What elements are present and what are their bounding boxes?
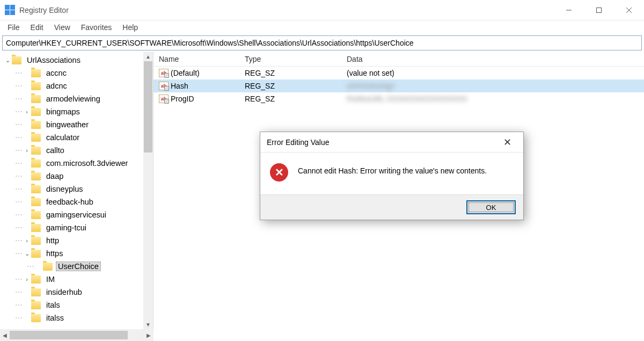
folder-icon [31,134,41,142]
minimize-button[interactable] [554,0,584,20]
tree-item-label: accnc [44,68,69,78]
scroll-down-icon[interactable]: ▼ [143,320,153,329]
tree-item[interactable]: ⋯›IM [0,273,143,286]
tree-item-label: calculator [44,133,82,142]
folder-icon [31,172,41,180]
tree-item[interactable]: ⌄UrlAssociations [0,54,143,67]
tree-item-label: bingmaps [44,107,82,117]
tree-item[interactable]: ⋯adcnc [0,79,143,92]
tree-item[interactable]: ⋯armodelviewing [0,92,143,105]
folder-icon [31,275,41,284]
folder-icon [31,159,41,168]
values-header[interactable]: Name Type Data [153,52,644,67]
dialog-title-text: Error Editing Value [267,138,329,147]
value-data: FirefoxURL-XXXXXXXXXXXXXXXX [347,95,467,103]
dialog-close-button[interactable]: ✕ [497,133,517,152]
scroll-up-icon[interactable]: ▲ [143,52,153,61]
tree-item[interactable]: ⋯›bingmaps [0,105,143,118]
ok-button[interactable]: OK [466,200,516,214]
menu-file[interactable]: File [3,22,24,33]
value-data: xXXXxXxxXg= [347,82,396,90]
value-row[interactable]: abProgID REG_SZ FirefoxURL-XXXXXXXXXXXXX… [153,92,644,105]
tree-item-label: feedback-hub [44,197,96,207]
string-value-icon: ab [159,82,169,90]
string-value-icon: ab [159,95,169,103]
tree-item-label: callto [44,146,67,155]
tree-item[interactable]: ⋯accnc [0,67,143,79]
scroll-right-icon[interactable]: ▶ [144,329,153,341]
value-row[interactable]: ab(Default) REG_SZ (value not set) [153,67,644,79]
address-bar[interactable]: Computer\HKEY_CURRENT_USER\SOFTWARE\Micr… [2,35,642,50]
tree-item-label: UserChoice [56,262,101,271]
folder-icon [31,288,41,296]
chevron-right-icon[interactable]: › [23,147,31,154]
tree-item[interactable]: ⋯itals [0,299,143,311]
menubar: File Edit View Favorites Help [0,20,644,34]
folder-icon [31,198,41,206]
menu-help[interactable]: Help [118,22,142,33]
tree-item[interactable]: ⋯gamingservicesui [0,208,143,221]
column-data[interactable]: Data [341,52,644,66]
tree-item[interactable]: ⋯UserChoice [0,260,143,273]
tree-item-label: itals [44,300,62,310]
dialog-message: Cannot edit Hash: Error writing the valu… [298,163,487,175]
folder-icon [31,82,41,90]
tree-item-label: gamingservicesui [44,210,108,220]
titlebar: Registry Editor [0,0,644,20]
tree-item-label: insiderhub [44,287,84,297]
tree-item-label: gaming-tcui [44,223,89,233]
tree-item-label: italss [44,313,66,323]
tree-item[interactable]: ⋯gaming-tcui [0,221,143,234]
chevron-right-icon[interactable]: › [23,237,31,244]
tree-horizontal-scrollbar[interactable]: ◀ ▶ [0,329,153,341]
app-icon [4,5,15,16]
tree-item-label: IM [44,274,57,284]
tree-item-label: http [44,236,61,245]
menu-favorites[interactable]: Favorites [77,22,116,33]
menu-view[interactable]: View [50,22,75,33]
svg-rect-1 [597,8,602,12]
column-name[interactable]: Name [153,52,239,66]
value-type: REG_SZ [245,95,275,103]
error-dialog: Error Editing Value ✕ ✕ Cannot edit Hash… [260,132,524,220]
tree-item-label: https [44,249,65,258]
tree-item[interactable]: ⋯insiderhub [0,286,143,299]
scroll-thumb-h[interactable] [10,331,128,339]
folder-icon [31,250,41,258]
tree-item[interactable]: ⋯italss [0,311,143,324]
folder-icon [31,224,41,232]
tree-item[interactable]: ⋯⌄https [0,247,143,260]
column-type[interactable]: Type [239,52,341,66]
chevron-right-icon[interactable]: › [23,108,31,115]
value-name: ProgID [171,95,194,103]
scroll-thumb[interactable] [144,61,152,153]
tree-item-label: UrlAssociations [25,55,83,65]
tree-item-label: disneyplus [44,184,85,194]
chevron-down-icon[interactable]: ⌄ [23,250,31,257]
folder-icon [31,95,41,103]
chevron-right-icon[interactable]: › [23,276,31,282]
address-text: Computer\HKEY_CURRENT_USER\SOFTWARE\Micr… [6,39,414,47]
tree-pane: ⌄UrlAssociations⋯accnc⋯adcnc⋯armodelview… [0,52,153,329]
value-row[interactable]: abHash REG_SZ xXXXxXxxXg= [153,79,644,92]
value-type: REG_SZ [245,69,275,77]
maximize-button[interactable] [584,0,614,20]
tree-item[interactable]: ⋯daap [0,170,143,183]
tree-item-label: daap [44,171,65,181]
tree-item-label: adcnc [44,81,69,91]
menu-edit[interactable]: Edit [26,22,48,33]
folder-icon [31,301,41,309]
error-icon: ✕ [270,163,288,182]
tree-vertical-scrollbar[interactable]: ▲ ▼ [143,52,153,329]
close-button[interactable] [614,0,644,20]
scroll-left-icon[interactable]: ◀ [0,329,10,341]
tree-item[interactable]: ⋯›callto [0,144,143,157]
tree-item[interactable]: ⋯›http [0,234,143,247]
folder-icon [43,263,53,271]
tree-item[interactable]: ⋯calculator [0,131,143,144]
tree-item[interactable]: ⋯bingweather [0,118,143,131]
tree-item[interactable]: ⋯feedback-hub [0,195,143,208]
tree-item[interactable]: ⋯com.microsoft.3dviewer [0,157,143,170]
tree-item[interactable]: ⋯disneyplus [0,183,143,195]
value-data: (value not set) [347,69,394,77]
